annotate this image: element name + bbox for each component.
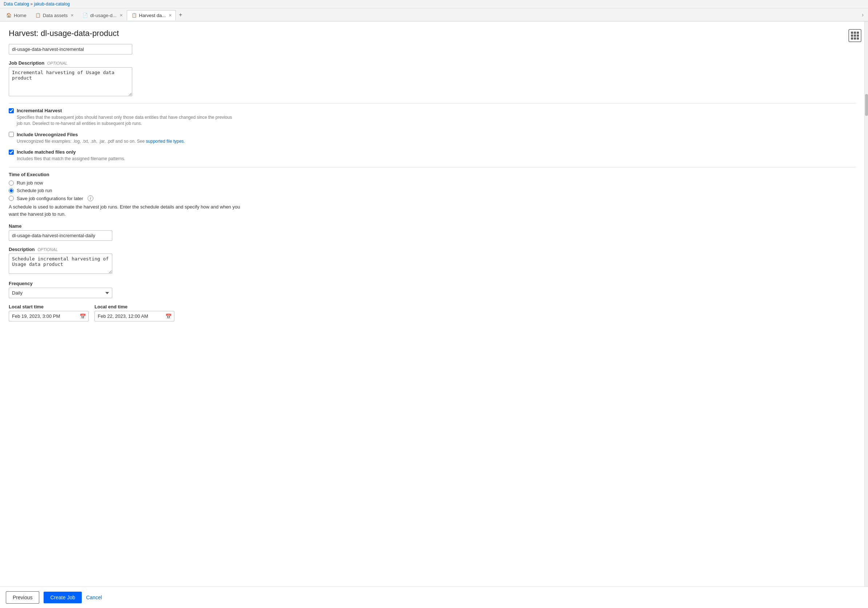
job-description-label: Job Description OPTIONAL xyxy=(9,60,856,66)
include-unrecognized-checkbox[interactable] xyxy=(9,132,14,137)
breadcrumb-link-catalog[interactable]: Data Catalog xyxy=(4,2,29,6)
include-unrecognized-desc: Unrecognized file examples: .log, .txt, … xyxy=(17,138,235,145)
radio-schedule[interactable]: Schedule job run xyxy=(9,188,856,193)
create-job-button[interactable]: Create Job xyxy=(43,592,81,603)
radio-save-later[interactable]: Save job configurations for later i xyxy=(9,195,856,201)
tab-dl-usage-close[interactable]: ✕ xyxy=(119,14,123,17)
job-description-input[interactable]: Incremental harvesting of Usage data pro… xyxy=(9,67,132,96)
divider-1 xyxy=(9,103,856,104)
bottom-bar: Previous Create Job Cancel xyxy=(0,586,868,608)
time-of-execution-label: Time of Execution xyxy=(9,172,856,177)
tab-harvest-close[interactable]: ✕ xyxy=(169,14,172,17)
incremental-harvest-label[interactable]: Incremental Harvest xyxy=(9,108,856,113)
tab-data-assets-close[interactable]: ✕ xyxy=(70,14,74,17)
include-matched-checkbox[interactable] xyxy=(9,150,14,155)
include-matched-label[interactable]: Include matched files only xyxy=(9,149,856,155)
scrollbar-thumb[interactable] xyxy=(865,94,868,116)
breadcrumb: Data Catalog » jakub-data-catalog xyxy=(0,0,868,8)
schedule-name-group: Name xyxy=(9,223,856,241)
local-start-time-label: Local start time xyxy=(9,304,89,309)
local-start-time-group: Local start time 📅 xyxy=(9,304,89,322)
breadcrumb-link-jakub[interactable]: jakub-data-catalog xyxy=(34,2,70,6)
divider-2 xyxy=(9,167,856,167)
schedule-description-group: Description OPTIONAL Schedule incrementa… xyxy=(9,247,856,275)
tab-home[interactable]: 🏠 Home xyxy=(2,10,31,20)
data-assets-icon: 📋 xyxy=(35,13,41,18)
incremental-harvest-desc: Specifies that the subsequent jobs shoul… xyxy=(17,114,235,127)
include-matched-desc: Includes files that match the assigned f… xyxy=(17,156,235,162)
help-widget[interactable] xyxy=(848,29,862,42)
local-end-time-group: Local end time 📅 xyxy=(95,304,174,322)
radio-schedule-input[interactable] xyxy=(9,188,14,193)
job-name-input[interactable] xyxy=(9,44,132,54)
save-later-info-icon[interactable]: i xyxy=(88,195,93,201)
radio-save-later-input[interactable] xyxy=(9,196,14,201)
frequency-select[interactable]: Daily Weekly Monthly Hourly Custom xyxy=(9,288,112,298)
tab-dl-usage-label: dl-usage-d... xyxy=(90,13,116,18)
tab-add-button[interactable]: + xyxy=(176,10,185,20)
home-icon: 🏠 xyxy=(6,13,12,18)
job-description-group: Job Description OPTIONAL Incremental har… xyxy=(9,60,856,97)
start-time-input-wrap: 📅 xyxy=(9,311,89,322)
schedule-description-optional: OPTIONAL xyxy=(37,248,58,252)
local-end-time-label: Local end time xyxy=(95,304,174,309)
radio-group-execution: Run job now Schedule job run Save job co… xyxy=(9,180,856,201)
scrollbar[interactable] xyxy=(864,22,868,608)
schedule-name-input[interactable] xyxy=(9,230,112,241)
radio-run-now[interactable]: Run job now xyxy=(9,180,856,186)
datetime-row: Local start time 📅 Local end time 📅 xyxy=(9,304,856,322)
end-time-input-wrap: 📅 xyxy=(95,311,174,322)
schedule-description-label: Description OPTIONAL xyxy=(9,247,856,252)
local-end-time-input[interactable] xyxy=(95,311,174,322)
page-body: Harvest: dl-usage-data-product Job Descr… xyxy=(0,22,864,608)
schedule-description-input[interactable]: Schedule incremental harvesting of Usage… xyxy=(9,254,112,274)
tab-harvest-label: Harvest da... xyxy=(139,13,166,18)
incremental-harvest-group: Incremental Harvest Specifies that the s… xyxy=(9,108,856,127)
supported-file-types-link[interactable]: supported file types. xyxy=(146,139,185,144)
previous-button[interactable]: Previous xyxy=(6,591,39,603)
schedule-name-label: Name xyxy=(9,223,856,229)
help-dots-icon xyxy=(851,32,859,40)
harvest-icon: 📋 xyxy=(132,13,137,18)
tab-data-assets[interactable]: 📋 Data assets ✕ xyxy=(31,10,78,20)
tab-bar: 🏠 Home 📋 Data assets ✕ 📄 dl-usage-d... ✕… xyxy=(0,8,868,22)
main-content: Harvest: dl-usage-data-product Job Descr… xyxy=(0,22,868,608)
include-unrecognized-label[interactable]: Include Unrecognized Files xyxy=(9,132,856,137)
page-title: Harvest: dl-usage-data-product xyxy=(9,29,856,38)
tab-data-assets-label: Data assets xyxy=(43,13,68,18)
frequency-label: Frequency xyxy=(9,281,856,286)
radio-run-now-input[interactable] xyxy=(9,181,14,186)
tab-overflow[interactable]: › xyxy=(859,10,866,20)
tab-harvest[interactable]: 📋 Harvest da... ✕ xyxy=(127,10,176,20)
tab-dl-usage[interactable]: 📄 dl-usage-d... ✕ xyxy=(78,10,126,20)
include-unrecognized-group: Include Unrecognized Files Unrecognized … xyxy=(9,132,856,145)
dl-usage-icon: 📄 xyxy=(82,13,88,18)
include-matched-group: Include matched files only Includes file… xyxy=(9,149,856,162)
local-start-time-input[interactable] xyxy=(9,311,89,322)
job-name-group xyxy=(9,44,856,54)
breadcrumb-sep: » xyxy=(30,2,33,6)
incremental-harvest-checkbox[interactable] xyxy=(9,108,14,113)
tab-home-label: Home xyxy=(14,13,26,18)
cancel-button[interactable]: Cancel xyxy=(86,594,102,600)
schedule-info-text: A schedule is used to automate the harve… xyxy=(9,203,241,218)
job-description-optional: OPTIONAL xyxy=(47,61,68,65)
frequency-group: Frequency Daily Weekly Monthly Hourly Cu… xyxy=(9,281,856,298)
